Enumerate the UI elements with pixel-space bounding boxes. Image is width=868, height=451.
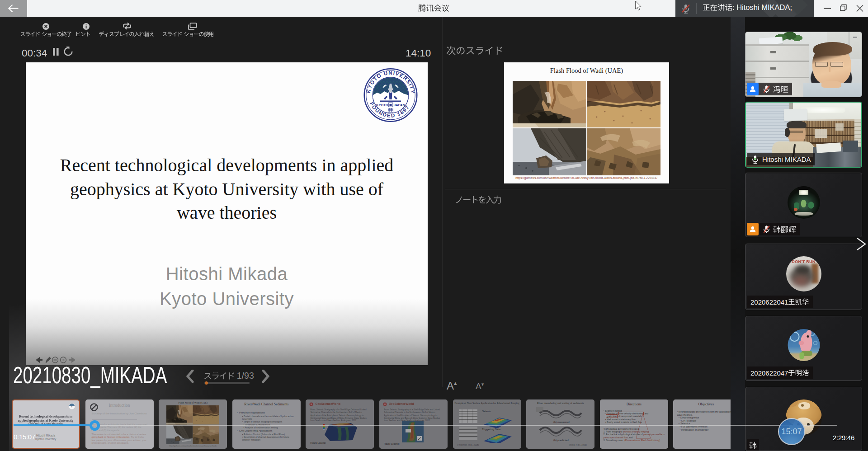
- svg-text:JAPAN: JAPAN: [394, 103, 405, 107]
- svg-text:KYOTO: KYOTO: [376, 103, 388, 107]
